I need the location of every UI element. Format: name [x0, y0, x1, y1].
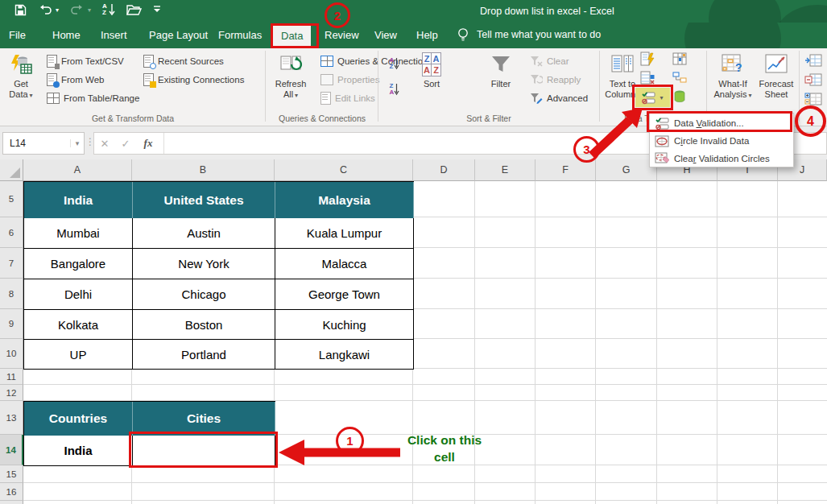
- row-header-15[interactable]: 15: [0, 465, 23, 483]
- tab-view[interactable]: View: [372, 26, 399, 45]
- relationships-button[interactable]: [671, 68, 688, 86]
- get-data-button[interactable]: Get Data▾: [2, 50, 40, 109]
- from-web-button[interactable]: From Web: [47, 72, 104, 87]
- forecast-sheet-label: Forecast: [759, 79, 794, 89]
- row-header-16[interactable]: 16: [0, 483, 23, 501]
- country-cell[interactable]: Delhi: [24, 279, 133, 310]
- chevron-down-icon: ▾: [88, 6, 91, 14]
- country-header-cell[interactable]: United States: [133, 182, 275, 218]
- ungroup-cells-button[interactable]: [804, 71, 822, 89]
- country-cell[interactable]: Malacca: [275, 249, 414, 279]
- row-header-8[interactable]: 8: [0, 279, 23, 309]
- row-header-6[interactable]: 6: [0, 217, 23, 248]
- sort-ascending-button[interactable]: AZ: [102, 3, 115, 16]
- forecast-sheet-icon: [765, 50, 788, 79]
- chevron-down-icon[interactable]: ▾: [70, 139, 84, 147]
- tab-insert[interactable]: Insert: [98, 26, 130, 45]
- selection-cell[interactable]: India: [24, 436, 133, 466]
- country-cell[interactable]: Kuala Lumpur: [275, 218, 414, 249]
- save-button[interactable]: [14, 4, 27, 16]
- sort-icon: ZAAZ: [422, 50, 441, 79]
- column-header-A[interactable]: A: [23, 159, 132, 181]
- step-3-marker: 3: [573, 136, 600, 163]
- chevron-down-icon: ▾: [295, 92, 298, 99]
- menu-circle-invalid-data-icon: [650, 135, 674, 147]
- edit-links-button[interactable]: Edit Links: [320, 90, 375, 105]
- menu-item-label: Clear Validation Circles: [674, 154, 770, 163]
- click-instruction-text: Click on this cell: [383, 432, 506, 465]
- country-header-cell[interactable]: Malaysia: [275, 182, 414, 218]
- column-header-C[interactable]: C: [275, 159, 413, 181]
- menu-item-clear-validation-circles[interactable]: Clear Validation Circles: [650, 150, 793, 167]
- customize-qat-button[interactable]: [153, 5, 161, 14]
- country-header-cell[interactable]: India: [24, 182, 133, 218]
- row-header-12[interactable]: 12: [0, 385, 23, 401]
- country-cell[interactable]: Portland: [133, 340, 275, 370]
- existing-connections-button[interactable]: Existing Connections: [143, 72, 244, 87]
- tab-file[interactable]: File: [6, 26, 28, 45]
- column-header-B[interactable]: B: [132, 159, 275, 181]
- row-header-10[interactable]: 10: [0, 339, 23, 369]
- filter-button[interactable]: Filter: [482, 50, 520, 109]
- country-cell[interactable]: George Town: [275, 279, 414, 310]
- country-cell[interactable]: UP: [24, 340, 133, 370]
- flash-fill-button[interactable]: [639, 50, 656, 68]
- consolidate-button[interactable]: [671, 50, 688, 68]
- row-header-13[interactable]: 13: [0, 401, 23, 435]
- manage-data-model-button[interactable]: [671, 87, 688, 105]
- tell-me-box[interactable]: Tell me what you want to do: [457, 27, 601, 42]
- country-cell[interactable]: Bangalore: [24, 249, 133, 279]
- country-cell[interactable]: New York: [133, 249, 275, 279]
- tab-help[interactable]: Help: [414, 26, 440, 45]
- tab-review[interactable]: Review: [322, 26, 362, 45]
- country-cell[interactable]: Mumbai: [24, 218, 133, 249]
- insert-function-icon[interactable]: fx: [136, 137, 160, 150]
- column-header-E[interactable]: E: [475, 159, 535, 181]
- row-header-9[interactable]: 9: [0, 309, 23, 339]
- menu-item-circle-invalid-data[interactable]: Circle Invalid Data: [650, 132, 793, 150]
- step-4-marker: 4: [795, 105, 826, 137]
- refresh-all-label: Refresh: [275, 79, 307, 89]
- refresh-all-button[interactable]: Refresh All▾: [269, 50, 312, 109]
- reapply-filter-button[interactable]: Reapply: [530, 72, 581, 87]
- gridline: [777, 181, 778, 504]
- tab-home[interactable]: Home: [50, 26, 83, 45]
- sort-a-to-z-button[interactable]: AZ: [384, 55, 405, 72]
- what-if-analysis-button[interactable]: ? What-If Analysis▾: [710, 50, 755, 109]
- open-file-button[interactable]: [126, 4, 142, 15]
- sort-button[interactable]: ZAAZ Sort: [412, 50, 451, 109]
- tab-formulas[interactable]: Formulas: [216, 26, 264, 45]
- enter-icon[interactable]: ✓: [115, 138, 136, 150]
- country-cell[interactable]: Austin: [133, 218, 275, 249]
- country-cell[interactable]: Langkawi: [275, 340, 414, 370]
- column-header-D[interactable]: D: [413, 159, 475, 181]
- country-cell[interactable]: Kuching: [275, 310, 414, 340]
- sort-z-to-a-button[interactable]: ZA: [384, 81, 405, 98]
- country-cell[interactable]: Kolkata: [24, 310, 133, 340]
- menu-item-label: Circle Invalid Data: [674, 136, 749, 146]
- select-all-corner[interactable]: [0, 159, 23, 181]
- country-cell[interactable]: Chicago: [133, 279, 275, 310]
- row-header-11[interactable]: 11: [0, 369, 23, 385]
- remove-duplicates-button[interactable]: [639, 68, 656, 86]
- forecast-sheet-button[interactable]: Forecast Sheet: [755, 50, 797, 109]
- redo-button[interactable]: ▾: [70, 4, 91, 15]
- recent-sources-button[interactable]: Recent Sources: [143, 53, 224, 68]
- row-header-partial[interactable]: [0, 501, 23, 504]
- row-header-14[interactable]: 14: [0, 435, 23, 465]
- from-table-range-button[interactable]: From Table/Range: [47, 90, 139, 105]
- name-box[interactable]: L14 ▾: [2, 132, 85, 155]
- row-header-5[interactable]: 5: [0, 181, 23, 217]
- properties-button[interactable]: Properties: [320, 72, 379, 87]
- country-cell[interactable]: Boston: [133, 310, 275, 340]
- group-label-get-transform: Get & Transform Data: [92, 114, 174, 123]
- selection-header-cell[interactable]: Cities: [133, 402, 275, 436]
- selection-header-cell[interactable]: Countries: [24, 402, 133, 436]
- row-header-7[interactable]: 7: [0, 248, 23, 279]
- group-cells-button[interactable]: [804, 52, 822, 69]
- cancel-icon[interactable]: ✕: [94, 138, 115, 150]
- from-text-csv-button[interactable]: From Text/CSV: [47, 53, 124, 68]
- undo-button[interactable]: ▾: [38, 4, 59, 15]
- tab-page-layout[interactable]: Page Layout: [147, 26, 210, 45]
- clear-filter-button[interactable]: Clear: [530, 53, 569, 68]
